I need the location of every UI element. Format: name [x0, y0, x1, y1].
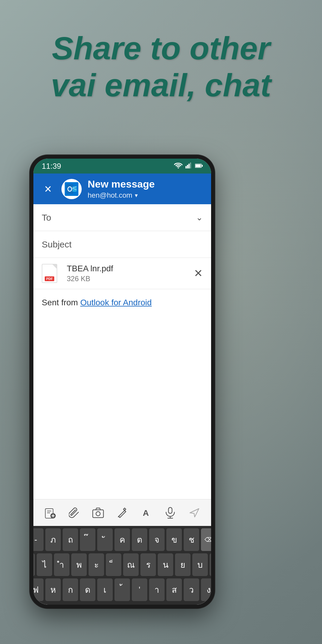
attachment-info: TBEA lnr.pdf 326 KB — [67, 264, 188, 283]
outlook-for-android-link[interactable]: Outlook for Android — [80, 298, 152, 307]
key-apostrophe[interactable]: ' — [132, 578, 147, 601]
email-body[interactable]: Sent from Outlook for Android — [33, 289, 211, 499]
svg-rect-6 — [202, 165, 203, 167]
svg-rect-3 — [190, 162, 191, 168]
status-time: 11:39 — [42, 162, 61, 171]
battery-icon — [195, 162, 203, 170]
email-header: × New message — [33, 174, 211, 204]
key-kho-khai[interactable]: ข — [166, 528, 182, 551]
close-icon: × — [44, 183, 52, 195]
key-maiyamok[interactable]: ๆ — [33, 553, 35, 576]
wifi-icon — [174, 162, 182, 170]
key-no-nen[interactable]: ณ — [123, 553, 139, 576]
key-ngo-ngu[interactable]: ง — [201, 578, 211, 601]
key-no-nu[interactable]: น — [158, 553, 173, 576]
subject-label: Subject — [42, 239, 72, 250]
pdf-corner — [52, 264, 57, 269]
svg-rect-2 — [188, 164, 190, 168]
key-sara-a-short[interactable]: ั — [97, 528, 113, 551]
key-tho-thahan[interactable]: ถ — [63, 528, 78, 551]
status-bar: 11:39 — [33, 159, 211, 174]
to-label: To — [42, 213, 72, 223]
key-ro-rua[interactable]: ร — [140, 553, 156, 576]
account-email[interactable]: hen@hot.com ▾ — [88, 191, 204, 199]
keyboard-row-1: - ภ ถ ๊ ั ค ต จ ข ช ⌫ — [35, 528, 210, 551]
microphone-button[interactable] — [161, 504, 179, 522]
format-text-icon: A — [140, 507, 152, 519]
draw-button[interactable] — [113, 504, 131, 522]
attach-more-icon — [44, 507, 56, 519]
headline-line1: Share to other — [52, 30, 270, 66]
pdf-badge: PDF — [45, 276, 54, 281]
key-ko-kai[interactable]: ก — [63, 578, 78, 601]
svg-rect-5 — [196, 165, 201, 167]
key-to-tao[interactable]: ต — [132, 528, 147, 551]
attachment-filename: TBEA lnr.pdf — [67, 264, 188, 273]
attachment-row: PDF TBEA lnr.pdf 326 KB ✕ — [33, 258, 211, 289]
keyboard[interactable]: - ภ ถ ๊ ั ค ต จ ข ช ⌫ ๆ — [33, 526, 211, 605]
key-dash[interactable]: - — [33, 528, 44, 551]
svg-point-10 — [68, 187, 71, 191]
key-kho-khwai[interactable]: ค — [114, 528, 130, 551]
phone-screen: 11:39 — [33, 159, 211, 605]
send-button[interactable] — [185, 504, 203, 522]
to-row[interactable]: To ⌄ — [33, 204, 211, 231]
key-lo-ling[interactable]: ล — [210, 553, 211, 576]
camera-button[interactable] — [89, 504, 107, 522]
key-sara-aa[interactable]: า — [149, 578, 165, 601]
key-sara-i-tall[interactable]: ไ — [37, 553, 52, 576]
paperclip-icon — [69, 507, 80, 519]
subject-row[interactable]: Subject — [33, 231, 211, 258]
key-cho-chan[interactable]: จ — [149, 528, 165, 551]
expand-icon[interactable]: ⌄ — [196, 213, 203, 222]
key-pho-phan[interactable]: พ — [71, 553, 87, 576]
key-sara-e[interactable]: เ — [97, 578, 113, 601]
key-bo-baimai[interactable]: บ — [192, 553, 208, 576]
draw-icon — [116, 507, 128, 519]
attachment-size: 326 KB — [67, 275, 188, 283]
status-icons — [174, 162, 203, 170]
keyboard-row-3: ฟ ห ก ด เ ้ ' า ส ว ง — [35, 578, 210, 601]
key-do-dek[interactable]: ด — [80, 578, 95, 601]
key-mai-tri[interactable]: ๊ — [80, 528, 95, 551]
svg-rect-20 — [93, 510, 103, 518]
pdf-icon: PDF — [42, 264, 61, 283]
svg-rect-23 — [168, 507, 172, 513]
account-email-text: hen@hot.com — [88, 191, 132, 199]
sent-from-text: Sent from — [42, 298, 80, 307]
format-text-button[interactable]: A — [137, 504, 155, 522]
key-fo-fa[interactable]: ฟ — [33, 578, 44, 601]
phone-shell: 11:39 — [30, 155, 215, 608]
email-form: To ⌄ Subject PDF — [33, 204, 211, 605]
account-chevron-down-icon: ▾ — [135, 192, 138, 199]
key-yo-yak[interactable]: ย — [175, 553, 191, 576]
key-mai-tai-khu[interactable]: ็ — [106, 553, 121, 576]
microphone-icon — [165, 507, 176, 519]
key-mai-tho[interactable]: ้ — [114, 578, 130, 601]
key-sara-am[interactable]: ำ — [54, 553, 69, 576]
compose-toolbar: A — [33, 499, 211, 526]
close-button[interactable]: × — [41, 182, 55, 196]
outlook-avatar — [61, 179, 82, 199]
camera-icon — [92, 507, 104, 518]
headline-text: Share to other vai email, chat — [18, 30, 304, 104]
key-ho-hip[interactable]: ห — [45, 578, 61, 601]
key-so-sua[interactable]: ส — [166, 578, 182, 601]
key-delete[interactable]: ⌫ — [201, 528, 211, 551]
key-cho-ching[interactable]: ช — [184, 528, 199, 551]
attach-button[interactable] — [65, 504, 83, 522]
email-header-info: New message hen@hot.com ▾ — [88, 178, 204, 199]
svg-rect-1 — [187, 165, 188, 168]
key-sara-a[interactable]: ะ — [89, 553, 104, 576]
new-message-title: New message — [88, 178, 204, 190]
send-icon — [189, 507, 200, 518]
keyboard-row-2: ๆ ไ ำ พ ะ ็ ณ ร น ย บ ล — [35, 553, 210, 576]
signal-icon — [185, 162, 192, 170]
svg-rect-0 — [185, 166, 187, 168]
key-wo-waen[interactable]: ว — [184, 578, 199, 601]
attach-more-button[interactable] — [41, 504, 59, 522]
headline-line2: vai email, chat — [51, 67, 271, 103]
remove-attachment-button[interactable]: ✕ — [194, 267, 203, 280]
key-bho[interactable]: ภ — [45, 528, 61, 551]
phone-mockup: 11:39 — [30, 155, 215, 608]
